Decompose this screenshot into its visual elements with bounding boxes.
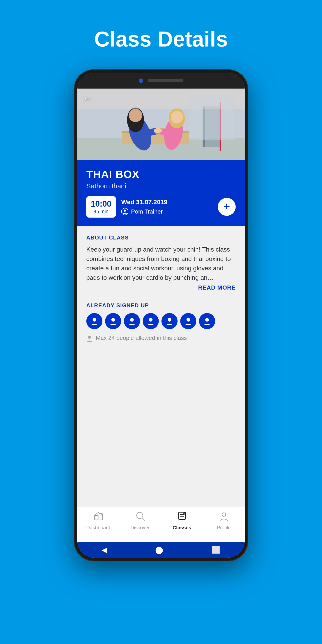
speaker-grille — [148, 79, 183, 82]
trainer-name: Pom Trainer — [131, 208, 163, 215]
svg-point-27 — [168, 318, 171, 322]
svg-text:✓: ✓ — [184, 512, 186, 514]
avatar-6 — [180, 313, 196, 329]
status-bar — [77, 73, 245, 88]
svg-rect-20 — [189, 95, 234, 140]
avatar-4 — [143, 313, 159, 329]
svg-point-16 — [170, 111, 183, 124]
avatar-3 — [124, 313, 140, 329]
class-location: Sathorn thani — [86, 182, 236, 190]
nav-discover-label: Discover — [130, 525, 150, 531]
page-title: Class Details — [94, 27, 228, 52]
svg-line-34 — [142, 518, 145, 520]
time-value: 10:00 — [91, 199, 111, 209]
discover-icon — [135, 511, 145, 523]
nav-discover[interactable]: Discover — [119, 511, 161, 531]
max-people-row: Max 24 people allowed in this class — [86, 334, 236, 342]
avatars-row — [86, 313, 236, 329]
svg-point-29 — [205, 318, 209, 322]
class-date: Wed 31.07.2019 — [121, 198, 218, 206]
bottom-nav: Dashboard Discover — [77, 506, 245, 542]
back-android-button[interactable]: ◀ — [102, 546, 107, 554]
svg-point-24 — [111, 318, 115, 322]
avatar-5 — [162, 313, 178, 329]
svg-rect-31 — [94, 516, 98, 520]
max-people-text: Max 24 people allowed in this class — [96, 334, 187, 342]
nav-classes[interactable]: ✓ Classes — [161, 511, 203, 531]
already-signed-label: ALREADY SIGNED UP — [86, 302, 236, 308]
profile-icon — [219, 511, 229, 523]
nav-profile-label: Profile — [217, 525, 230, 531]
android-nav-bar: ◀ ⬤ ⬜ — [77, 542, 245, 558]
time-duration: 45 min — [91, 209, 111, 214]
content-area: ABOUT CLASS Keep your guard up and watch… — [77, 226, 245, 506]
avatar-7 — [199, 313, 215, 329]
avatar-2 — [105, 313, 121, 329]
recents-android-button[interactable]: ⬜ — [212, 546, 220, 554]
hero-image: ← — [77, 88, 245, 160]
class-meta-row: 10:00 45 min Wed 31.07.2019 — [86, 196, 236, 218]
avatar-1 — [86, 313, 102, 329]
read-more-button[interactable]: READ MORE — [86, 284, 236, 291]
svg-point-30 — [88, 336, 91, 339]
nav-dashboard[interactable]: Dashboard — [77, 511, 119, 531]
classes-icon: ✓ — [177, 511, 187, 523]
add-class-button[interactable]: + — [218, 198, 236, 216]
nav-profile[interactable]: Profile — [203, 511, 245, 531]
svg-point-23 — [92, 318, 96, 322]
class-info-card: THAI BOX Sathorn thani 10:00 45 min Wed … — [77, 160, 245, 226]
class-name: THAI BOX — [86, 168, 236, 180]
back-button[interactable]: ← — [83, 93, 92, 104]
camera-dot — [139, 78, 143, 83]
svg-rect-32 — [99, 514, 102, 520]
nav-dashboard-label: Dashboard — [86, 525, 110, 531]
class-date-trainer: Wed 31.07.2019 Pom Trainer — [121, 198, 218, 215]
trainer-icon — [121, 208, 128, 215]
dashboard-icon — [94, 511, 103, 523]
svg-point-28 — [186, 318, 190, 322]
person-icon — [86, 335, 92, 341]
svg-point-18 — [154, 128, 162, 133]
svg-point-10 — [129, 109, 142, 122]
about-class-label: ABOUT CLASS — [86, 234, 236, 241]
svg-point-26 — [149, 318, 152, 322]
nav-classes-label: Classes — [173, 525, 191, 531]
about-class-text: Keep your guard up and watch your chin! … — [86, 245, 236, 282]
time-box: 10:00 45 min — [86, 196, 116, 218]
plus-icon: + — [224, 200, 230, 212]
svg-point-22 — [124, 210, 126, 212]
trainer-row: Pom Trainer — [121, 208, 218, 215]
svg-point-25 — [130, 318, 134, 322]
phone-frame: ← THAI BOX Sathorn thani 10:00 45 min We… — [74, 69, 248, 561]
home-android-button[interactable]: ⬤ — [155, 546, 163, 554]
svg-point-40 — [222, 513, 226, 516]
phone-screen: ← THAI BOX Sathorn thani 10:00 45 min We… — [77, 73, 245, 558]
phone-wrapper: ← THAI BOX Sathorn thani 10:00 45 min We… — [74, 69, 248, 561]
